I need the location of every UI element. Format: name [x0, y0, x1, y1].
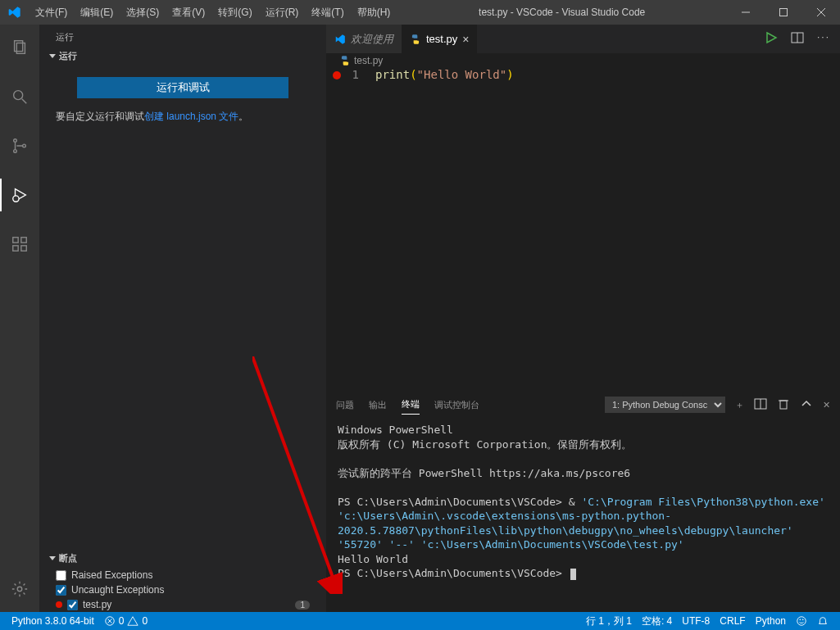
svg-point-12: [13, 196, 19, 202]
svg-marker-18: [767, 33, 776, 43]
run-sidebar: 运行 运行 运行和调试 要自定义运行和调试创建 launch.json 文件。 …: [39, 25, 326, 612]
status-lang[interactable]: Python: [751, 614, 791, 628]
breakpoint-dot-icon: [56, 601, 62, 608]
svg-rect-25: [780, 401, 787, 409]
activity-bar: [0, 25, 39, 612]
menu-select[interactable]: 选择(S): [120, 0, 166, 25]
editor-tabs: 欢迎使用 test.py × ···: [326, 25, 840, 53]
code-editor[interactable]: 1 print("Hello World"): [326, 68, 840, 391]
menu-bar: 文件(F) 编辑(E) 选择(S) 查看(V) 转到(G) 运行(R) 终端(T…: [29, 0, 397, 25]
extensions-icon[interactable]: [0, 228, 39, 261]
gutter[interactable]: 1: [326, 68, 375, 391]
explorer-icon[interactable]: [0, 31, 39, 64]
section-breakpoints-label: 断点: [59, 552, 77, 564]
panel-tab-output[interactable]: 输出: [369, 396, 387, 415]
vscode-logo-icon: [0, 6, 29, 19]
settings-icon[interactable]: [0, 573, 39, 605]
tab-testpy[interactable]: test.py ×: [402, 25, 477, 53]
titlebar: 文件(F) 编辑(E) 选择(S) 查看(V) 转到(G) 运行(R) 终端(T…: [0, 0, 840, 25]
maximize-icon[interactable]: [765, 0, 802, 25]
statusbar: Python 3.8.0 64-bit 0 0 行 1，列 1 空格: 4 UT…: [0, 612, 840, 630]
section-breakpoints[interactable]: 断点: [39, 549, 326, 568]
run-and-debug-button[interactable]: 运行和调试: [77, 77, 288, 98]
svg-point-31: [797, 617, 806, 626]
window-controls: [727, 0, 840, 25]
code-line[interactable]: print("Hello World"): [375, 68, 840, 391]
status-notifications-icon[interactable]: [812, 614, 833, 628]
svg-point-33: [802, 619, 803, 620]
menu-view[interactable]: 查看(V): [166, 0, 211, 25]
source-control-icon[interactable]: [0, 129, 39, 162]
create-launch-link[interactable]: 创建 launch.json 文件: [144, 111, 238, 122]
svg-rect-15: [13, 246, 18, 251]
split-editor-icon[interactable]: [791, 31, 804, 47]
bp-file-checkbox[interactable]: [67, 600, 78, 610]
sidebar-header: 运行: [39, 25, 326, 47]
status-encoding[interactable]: UTF-8: [677, 614, 715, 628]
bp-file[interactable]: test.py1: [39, 597, 326, 612]
svg-rect-4: [15, 41, 23, 52]
svg-point-8: [14, 139, 17, 143]
terminal[interactable]: Windows PowerShell 版权所有 (C) Microsoft Co…: [326, 415, 840, 612]
window-title: test.py - VSCode - Visual Studio Code: [397, 7, 727, 18]
svg-line-7: [22, 99, 27, 104]
panel: 问题 输出 终端 调试控制台 1: Python Debug Consc ＋ ✕…: [326, 391, 840, 612]
editor-area: 欢迎使用 test.py × ··· test.py 1 print("Hell…: [326, 25, 840, 612]
close-panel-icon[interactable]: ✕: [823, 400, 830, 410]
svg-marker-30: [128, 617, 138, 626]
status-linecol[interactable]: 行 1，列 1: [581, 614, 637, 628]
status-eol[interactable]: CRLF: [715, 614, 750, 628]
menu-go[interactable]: 转到(G): [211, 0, 258, 25]
menu-help[interactable]: 帮助(H): [351, 0, 397, 25]
panel-tab-terminal[interactable]: 终端: [402, 395, 420, 415]
svg-point-17: [17, 587, 22, 591]
breadcrumb[interactable]: test.py: [326, 53, 840, 68]
more-actions-icon[interactable]: ···: [817, 31, 830, 47]
bp-raised-checkbox[interactable]: [56, 570, 66, 581]
menu-terminal[interactable]: 终端(T): [305, 0, 350, 25]
panel-tabs: 问题 输出 终端 调试控制台 1: Python Debug Consc ＋ ✕: [326, 392, 840, 415]
section-run[interactable]: 运行: [39, 47, 326, 66]
svg-rect-14: [21, 238, 26, 242]
menu-file[interactable]: 文件(F): [29, 0, 74, 25]
terminal-selector[interactable]: 1: Python Debug Consc: [605, 397, 725, 413]
new-terminal-icon[interactable]: ＋: [735, 399, 744, 411]
svg-rect-13: [13, 238, 18, 242]
menu-edit[interactable]: 编辑(E): [74, 0, 120, 25]
section-run-label: 运行: [59, 50, 77, 62]
svg-rect-1: [780, 9, 788, 16]
svg-point-10: [23, 144, 26, 147]
menu-run[interactable]: 运行(R): [259, 0, 306, 25]
panel-tab-problems[interactable]: 问题: [336, 396, 354, 415]
status-errors[interactable]: 0 0: [99, 615, 152, 627]
close-icon[interactable]: [802, 0, 840, 25]
create-launch-hint: 要自定义运行和调试创建 launch.json 文件。: [39, 107, 326, 127]
svg-rect-16: [21, 246, 26, 251]
tab-close-icon[interactable]: ×: [462, 33, 469, 46]
breakpoint-glyph-icon[interactable]: [333, 71, 341, 79]
status-spaces[interactable]: 空格: 4: [637, 614, 677, 628]
minimize-icon[interactable]: [727, 0, 765, 25]
bp-uncaught-exceptions[interactable]: Uncaught Exceptions: [39, 582, 326, 597]
terminal-cursor: [570, 569, 576, 580]
run-debug-icon[interactable]: [0, 179, 39, 211]
main-area: 运行 运行 运行和调试 要自定义运行和调试创建 launch.json 文件。 …: [0, 25, 840, 612]
bp-uncaught-checkbox[interactable]: [56, 585, 66, 596]
status-python[interactable]: Python 3.8.0 64-bit: [7, 615, 99, 627]
maximize-panel-icon[interactable]: [800, 397, 813, 412]
search-icon[interactable]: [0, 80, 39, 113]
svg-rect-5: [16, 43, 25, 54]
svg-point-9: [14, 150, 17, 153]
svg-point-32: [800, 619, 801, 620]
bp-raised-exceptions[interactable]: Raised Exceptions: [39, 568, 326, 582]
bp-line-badge: 1: [295, 601, 310, 610]
svg-point-6: [14, 91, 23, 100]
tab-welcome[interactable]: 欢迎使用: [326, 25, 402, 53]
split-terminal-icon[interactable]: [754, 397, 767, 412]
status-feedback-icon[interactable]: [791, 614, 812, 628]
run-file-icon[interactable]: [765, 31, 778, 47]
kill-terminal-icon[interactable]: [777, 397, 790, 412]
panel-tab-debugconsole[interactable]: 调试控制台: [434, 396, 479, 415]
